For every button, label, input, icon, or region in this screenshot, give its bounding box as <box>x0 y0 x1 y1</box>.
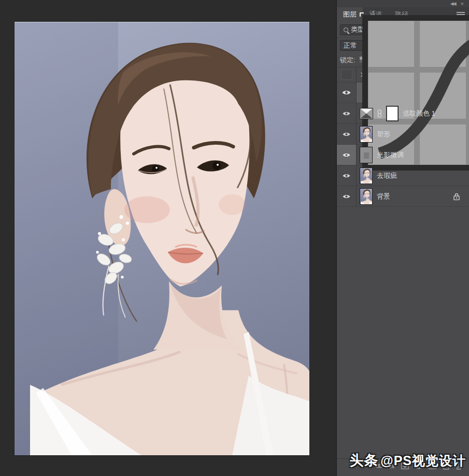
document-photo[interactable] <box>15 22 309 455</box>
layers-panel: ◀◀ × 图层 通道 路径 类型 <box>336 0 469 476</box>
layer-list: 观察层 <box>337 67 469 207</box>
photoshop-window: ◀◀ × 图层 通道 路径 类型 <box>0 0 469 476</box>
collapse-panels-icon[interactable]: ◀◀ <box>450 2 456 6</box>
layer-thumbnail[interactable] <box>360 167 373 184</box>
layer-row-blemish-removal[interactable]: 去瑕疵 <box>337 165 469 186</box>
visibility-toggle[interactable] <box>337 67 357 82</box>
layer-name: 选取颜色 1 <box>403 109 435 118</box>
watermark: 头条@PS视觉设计 <box>349 451 466 470</box>
close-panel-icon[interactable]: × <box>461 1 464 7</box>
layer-thumbnail[interactable] <box>360 188 373 205</box>
blend-mode-value: 正常 <box>344 41 357 50</box>
eye-icon <box>342 90 351 95</box>
layer-name: 光影微调 <box>377 150 404 160</box>
eye-icon <box>343 173 350 178</box>
eye-icon <box>343 111 350 116</box>
visibility-toggle[interactable] <box>337 186 357 206</box>
mask-link-icon[interactable] <box>377 109 382 118</box>
visibility-toggle[interactable] <box>337 82 357 103</box>
canvas-area[interactable] <box>0 0 336 476</box>
layer-row-background[interactable]: 背景 <box>337 186 469 207</box>
panel-header-strip: ◀◀ × <box>337 0 469 7</box>
tab-layers[interactable]: 图层 <box>337 7 363 22</box>
layer-row-curves[interactable]: 曲线 1 <box>337 82 469 103</box>
watermark-brand: 头条 <box>349 453 378 468</box>
selective-color-thumbnail[interactable] <box>360 108 373 119</box>
layer-row-selective-color[interactable]: 选取颜色 1 <box>337 103 469 124</box>
layer-mask-thumbnail[interactable] <box>386 106 399 121</box>
watermark-handle: @PS视觉设计 <box>380 453 466 468</box>
layer-name: 背景 <box>377 192 390 201</box>
portrait-photo <box>15 22 309 455</box>
visibility-toggle[interactable] <box>337 124 357 144</box>
layer-thumbnail[interactable] <box>360 147 373 163</box>
background-lock-icon[interactable] <box>453 193 460 200</box>
layer-name: 去瑕疵 <box>377 171 397 180</box>
visibility-toggle[interactable] <box>337 145 357 165</box>
visibility-toggle[interactable] <box>337 103 357 123</box>
eye-icon <box>343 194 350 199</box>
eye-hidden-icon <box>341 69 352 80</box>
layer-name: 塑形 <box>377 130 390 139</box>
visibility-toggle[interactable] <box>337 165 357 186</box>
layer-row-shaping[interactable]: 塑形 <box>337 124 469 145</box>
layer-thumbnail[interactable] <box>360 126 373 143</box>
eye-icon <box>343 132 350 137</box>
search-icon <box>344 27 348 32</box>
layer-list-empty-area[interactable] <box>337 207 469 458</box>
layer-row-light-shadow[interactable]: 光影微调 <box>337 145 469 165</box>
lock-label: 锁定: <box>340 55 356 65</box>
eye-icon <box>343 152 350 158</box>
